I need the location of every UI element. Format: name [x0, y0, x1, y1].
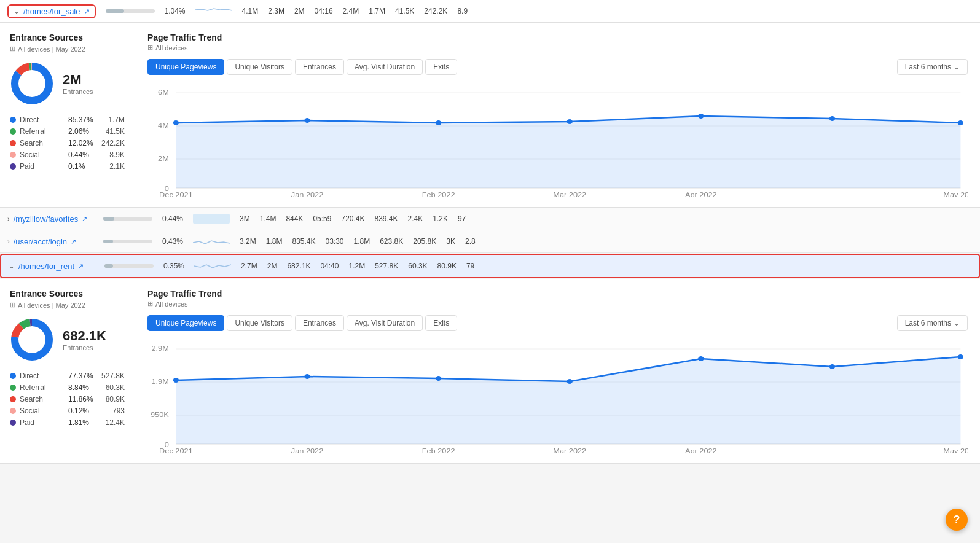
direct-name-2: Direct [20, 372, 65, 380]
copy-icon-chart-1: ⊞ [147, 44, 153, 52]
search-pct-1: 12.02% [68, 139, 98, 147]
svg-marker-43 [176, 357, 960, 444]
referral-pct-2: 8.84% [68, 383, 98, 392]
search-val-2: 80.9K [101, 395, 125, 404]
page-path-favorites[interactable]: › /myzillow/favorites ↗ [7, 214, 93, 224]
page-row-favorites[interactable]: › /myzillow/favorites ↗ 0.44% 3M 1.4M 84… [0, 208, 980, 230]
stat-exits2-for-sale: 1.7M [369, 7, 385, 15]
svg-rect-28 [193, 214, 230, 224]
chevron-down-icon-2: ⌄ [954, 319, 960, 327]
stat-visitors-for-sale: 2.3M [268, 7, 284, 15]
chevron-right-icon-favorites: › [7, 215, 10, 222]
tab-unique-pageviews-1[interactable]: Unique Pageviews [147, 59, 224, 75]
tab-avg-visit-1[interactable]: Avg. Visit Duration [347, 59, 423, 75]
tab-entrances-2[interactable]: Entrances [295, 315, 344, 331]
stat7-favorites: 2.4K [408, 214, 423, 223]
donut-container-1: 2M Entrances [10, 61, 125, 106]
bounce-rate-login: 0.43% [162, 237, 183, 246]
svg-text:Mar 2022: Mar 2022 [553, 191, 586, 197]
stat6-login: 623.8K [380, 237, 403, 246]
tab-bar-1[interactable]: Unique Pageviews Unique Visitors Entranc… [147, 59, 968, 75]
svg-text:2M: 2M [158, 155, 169, 163]
stat3-favorites: 844K [286, 214, 303, 223]
progress-bar-login [103, 240, 152, 243]
referral-name-2: Referral [20, 383, 65, 392]
date-range-btn-1[interactable]: Last 6 months ⌄ [897, 59, 968, 75]
entrance-sources-title-2: Entrance Sources [10, 289, 125, 299]
source-social-2: Social 0.12% 793 [10, 407, 125, 415]
stat3-login: 835.4K [292, 237, 315, 246]
search-pct-2: 11.86% [68, 395, 98, 404]
svg-text:6M: 6M [158, 88, 169, 96]
svg-point-45 [304, 374, 310, 379]
referral-val-2: 60.3K [101, 383, 125, 392]
stat1-login: 3.2M [240, 237, 256, 246]
tab-unique-pageviews-2[interactable]: Unique Pageviews [147, 315, 224, 331]
paid-pct-1: 0.1% [68, 162, 98, 171]
stat-search-for-sale: 242.2K [424, 7, 447, 15]
page-row-for-rent[interactable]: ⌄ /homes/for_rent ↗ 0.35% 2.7M 2M 682.1K… [0, 254, 980, 278]
svg-point-20 [829, 116, 835, 121]
donut-totals-2: 682.1K Entrances [63, 328, 106, 351]
chart-subtitle-1: ⊞ All devices [147, 44, 222, 52]
expanded-panel-for-sale: Entrance Sources ⊞ All devices | May 202… [0, 23, 980, 208]
line-chart-2: 2.9M 1.9M 950K 0 Dec 2021 Jan 2022 Feb 2… [147, 340, 968, 453]
donut-total-label-2: Entrances [63, 344, 106, 351]
svg-point-19 [698, 114, 704, 119]
tab-entrances-1[interactable]: Entrances [295, 59, 344, 75]
chart-title-2: Page Traffic Trend [147, 289, 222, 299]
progress-bar-favorites [103, 217, 152, 221]
donut-chart-1 [10, 61, 54, 106]
tab-avg-visit-2[interactable]: Avg. Visit Duration [347, 315, 423, 331]
direct-name-1: Direct [20, 115, 65, 124]
bounce-rate-favorites: 0.44% [162, 214, 183, 223]
sparkline-login [193, 234, 230, 249]
direct-dot-1 [10, 117, 16, 123]
svg-text:1.9M: 1.9M [151, 378, 168, 386]
source-search-2: Search 11.86% 80.9K [10, 395, 125, 404]
search-dot-2 [10, 396, 16, 402]
stat1-favorites: 3M [240, 214, 250, 223]
copy-icon-chart-2: ⊞ [147, 300, 153, 308]
traffic-trend-panel-1: Page Traffic Trend ⊞ All devices Unique … [135, 23, 980, 207]
stat-entrances-for-sale: 2M [294, 7, 305, 15]
page-row-login[interactable]: › /user/acct/login ↗ 0.43% 3.2M 1.8M 835… [0, 230, 980, 253]
paid-pct-2: 1.81% [68, 418, 98, 427]
svg-text:Dec 2021: Dec 2021 [159, 447, 193, 453]
svg-point-50 [958, 354, 963, 359]
search-dot-1 [10, 140, 16, 146]
tab-unique-visitors-2[interactable]: Unique Visitors [227, 315, 292, 331]
chart-header-1: Page Traffic Trend ⊞ All devices [147, 33, 968, 52]
svg-text:Apr 2022: Apr 2022 [685, 447, 717, 453]
tab-unique-visitors-1[interactable]: Unique Visitors [227, 59, 292, 75]
tab-bar-2[interactable]: Unique Pageviews Unique Visitors Entranc… [147, 315, 968, 331]
external-link-icon-for-rent: ↗ [78, 262, 84, 270]
external-link-icon-for-sale: ↗ [84, 7, 90, 15]
paid-val-2: 12.4K [101, 418, 125, 427]
source-paid-2: Paid 1.81% 12.4K [10, 418, 125, 427]
page-row-for-sale[interactable]: ⌄ /homes/for_sale ↗ 1.04% 4.1M 2.3M 2M 0… [0, 0, 980, 23]
referral-dot-2 [10, 385, 16, 391]
source-referral-1: Referral 2.06% 41.5K [10, 127, 125, 136]
external-link-icon-favorites: ↗ [82, 215, 87, 223]
stat2-for-rent: 2M [267, 262, 278, 270]
stat6-for-rent: 527.8K [375, 262, 398, 270]
source-referral-2: Referral 8.84% 60.3K [10, 383, 125, 392]
external-link-icon-login: ↗ [71, 238, 76, 246]
svg-text:May 2022: May 2022 [943, 191, 968, 197]
page-path-login[interactable]: › /user/acct/login ↗ [7, 237, 93, 246]
entrance-sources-subtitle-1: ⊞ All devices | May 2022 [10, 45, 125, 53]
svg-text:Jan 2022: Jan 2022 [291, 191, 324, 197]
page-path-for-rent[interactable]: ⌄ /homes/for_rent ↗ [9, 262, 95, 271]
page-path-for-sale[interactable]: ⌄ /homes/for_sale ↗ [7, 4, 96, 18]
tab-exits-1[interactable]: Exits [425, 59, 457, 75]
svg-point-21 [958, 120, 963, 125]
date-range-btn-2[interactable]: Last 6 months ⌄ [897, 315, 968, 331]
svg-point-18 [567, 119, 573, 124]
svg-point-44 [173, 378, 179, 383]
donut-totals-1: 2M Entrances [63, 72, 93, 95]
source-direct-2: Direct 77.37% 527.8K [10, 372, 125, 380]
social-name-1: Social [20, 150, 65, 159]
tab-exits-2[interactable]: Exits [425, 315, 457, 331]
svg-text:Feb 2022: Feb 2022 [422, 447, 455, 453]
